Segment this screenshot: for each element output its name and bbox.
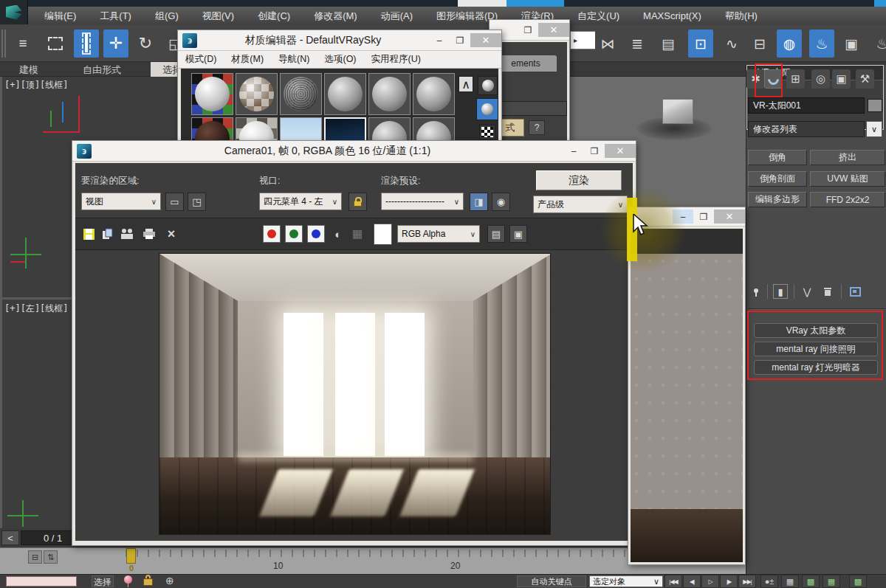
menu-navigation[interactable]: 导航(N) [271,51,317,68]
bevel-button[interactable]: 倒角 [748,150,807,165]
green-channel-icon[interactable] [285,225,303,243]
ribbon-tab-modeling[interactable]: 建模 [7,62,50,77]
render-setup-field[interactable] [501,101,567,116]
close-icon[interactable]: ✕ [714,210,745,224]
previous-frame-button[interactable]: < [1,530,19,545]
snaps-toggle-icon[interactable]: ▦ [823,575,840,588]
select-object-icon[interactable] [74,30,99,58]
menu-tools[interactable]: 工具(T) [88,7,143,26]
hierarchy-tab-icon[interactable]: ⊞ [786,69,805,89]
channel-display-dropdown[interactable]: RGB Alpha∨ [397,225,480,243]
maximize-icon[interactable]: ❐ [584,144,605,158]
viewport-dropdown[interactable]: 四元菜单 4 - 左∨ [259,193,342,210]
menu-options[interactable]: 选项(O) [317,51,363,68]
show-end-result-icon[interactable]: ▮ [773,284,788,299]
menu-material[interactable]: 材质(M) [224,51,271,68]
menu-utilities[interactable]: 实用程序(U) [364,51,428,68]
backlight-icon[interactable] [476,98,498,120]
minimize-icon[interactable]: – [563,144,584,158]
object-name-field[interactable]: VR-太阳001 [748,97,865,114]
menu-modifiers[interactable]: 修改器(M) [302,7,369,26]
scroll-up-icon[interactable]: ∧ [459,76,473,92]
auto-region-icon[interactable]: ◳ [188,193,206,211]
transform-gizmo-icon[interactable]: ⊕ [165,575,174,587]
selection-region-icon[interactable] [43,30,68,58]
extrude-button[interactable]: 挤出 [810,150,885,165]
menu-customize[interactable]: 自定义(U) [566,7,631,26]
material-sample-slot[interactable] [413,73,455,115]
ribbon-tab-freeform[interactable]: 自由形式 [71,62,133,77]
configure-modifier-sets-icon[interactable] [847,284,863,299]
utilities-tab-icon[interactable]: ⚒ [856,69,874,89]
menu-group[interactable]: 组(G) [143,7,190,26]
scene-object[interactable] [662,99,693,124]
render-setup-shortcut-icon[interactable]: ◨ [470,193,488,211]
menu-create[interactable]: 创建(C) [246,7,302,26]
alpha-channel-icon[interactable]: ▦ [348,225,366,243]
menu-modes[interactable]: 模式(D) [178,51,224,68]
maximize-icon[interactable]: ❐ [693,210,714,224]
red-channel-icon[interactable] [263,225,281,243]
print-image-icon[interactable] [140,225,158,243]
uvw-map-button[interactable]: UVW 贴图 [810,171,885,187]
blue-channel-icon[interactable] [307,225,325,243]
application-button[interactable] [0,0,28,24]
time-slider-handle[interactable] [126,548,136,564]
curve-editor-icon[interactable]: ∿ [719,30,744,58]
render-elements-tab[interactable]: ements [495,55,557,72]
schematic-view-icon[interactable]: ⊟ [747,30,772,58]
angle-snap-icon[interactable]: ▩ [849,575,867,588]
maximize-icon[interactable]: ❐ [518,23,538,37]
ffd-2x2x2-button[interactable]: FFD 2x2x2 [810,192,885,207]
material-sample-slot[interactable] [280,73,322,115]
clear-image-icon[interactable]: × [162,225,180,243]
align-icon[interactable]: ≣ [625,30,650,58]
render-button[interactable]: 渲染 [536,170,622,190]
material-editor-icon[interactable]: ◍ [777,30,802,58]
monochrome-icon[interactable]: ◐ [329,225,347,243]
selection-lock-icon[interactable] [143,578,153,586]
mirror-icon[interactable]: ⋈ [595,30,620,58]
menu-maxscript[interactable]: MAXScript(X) [631,7,713,24]
display-tab-icon[interactable]: ▣ [832,69,851,89]
auto-key-button[interactable]: 自动关键点 [517,575,586,587]
go-to-start-icon[interactable]: |◀◀ [664,575,682,588]
material-sample-slot[interactable] [368,73,411,115]
split-view-icon[interactable]: ▣ [509,225,527,243]
play-icon[interactable]: ▷ [701,575,719,588]
menu-help[interactable]: 帮助(H) [713,7,769,26]
viewport-left-label[interactable]: [+][左][线框] [4,302,69,315]
light-lister-icon[interactable]: ⊡ [688,30,713,58]
sample-type-sphere-icon[interactable] [478,76,498,95]
next-key-icon[interactable]: |▶ [720,575,738,588]
material-sample-slot[interactable] [191,73,233,115]
object-color-swatch[interactable] [868,99,882,112]
close-icon[interactable]: ✕ [605,144,636,158]
edit-poly-button[interactable]: 编辑多边形 [748,192,807,207]
go-to-end-icon[interactable]: ▶▶| [738,575,756,588]
modifier-list-dropdown[interactable]: 修改器列表 [748,121,865,137]
close-icon[interactable]: ✕ [538,23,569,37]
select-and-rotate-icon[interactable]: ↻ [133,30,158,58]
selection-set-dropdown[interactable]: 选定对象∨ [589,575,663,587]
background-checker-icon[interactable] [479,125,495,139]
previous-key-icon[interactable]: ◀| [683,575,701,588]
material-sample-slot[interactable] [236,73,278,115]
render-window-titlebar[interactable]: ϶ Camera01, 帧 0, RGBA 颜色 16 位/通道 (1:1) –… [72,141,636,162]
time-config-icon[interactable]: ▦ [781,575,799,588]
make-unique-icon[interactable]: ⋁ [800,284,814,299]
minimize-icon[interactable]: – [429,33,450,47]
copy-image-icon[interactable] [99,225,117,243]
render-preset-dropdown[interactable]: --------------------∨ [381,193,464,210]
save-image-icon[interactable] [80,225,97,243]
viewport-top-label[interactable]: [+][顶][线框] [4,79,69,91]
selection-lock-label[interactable]: 选择 [92,575,114,587]
close-icon[interactable]: ✕ [470,33,501,47]
material-sample-slot[interactable] [324,73,366,115]
maxscript-mini-listener[interactable] [6,576,77,587]
environment-icon[interactable]: ◉ [492,193,510,211]
render-setup-icon[interactable]: ♨ [809,30,834,58]
bevel-profile-button[interactable]: 倒角剖面 [748,171,807,187]
track-toggle-icon[interactable]: ⇅ [44,550,58,564]
edit-region-icon[interactable]: ▭ [165,193,184,211]
